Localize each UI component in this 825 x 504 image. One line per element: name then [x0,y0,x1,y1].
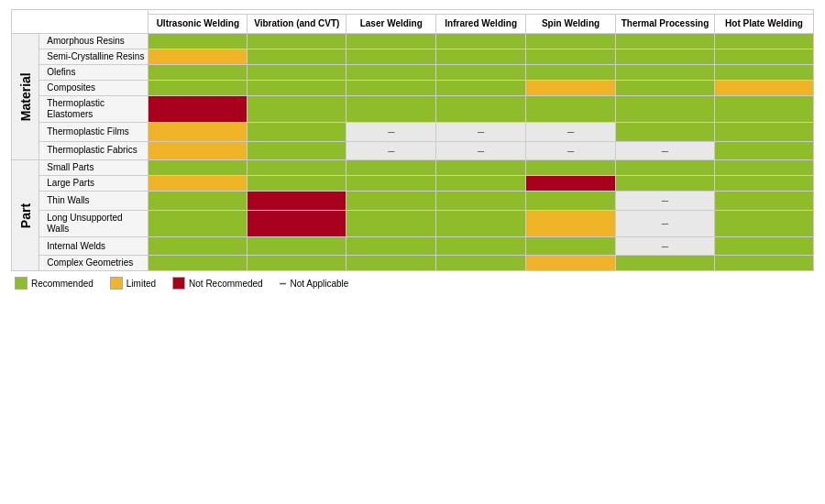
data-cell [346,34,436,49]
data-cell [346,236,436,256]
col-header-hotplate: Hot Plate Welding [714,15,813,34]
data-cell: – [526,123,616,142]
data-cell [714,192,813,211]
table-row: Complex Geometries [12,256,814,271]
data-cell: – [436,123,526,142]
data-cell [526,192,616,211]
data-cell [248,34,346,49]
col-header-vibration: Vibration (and CVT) [248,15,346,34]
legend-label: Recommended [31,279,94,289]
table-row: Long Unsupported Walls– [12,210,814,236]
data-cell [346,160,436,176]
row-label: Thermoplastic Elastomers [39,96,148,123]
data-cell [714,160,813,176]
row-label: Olefins [39,65,148,81]
table-row: Semi-Crystalline Resins [12,49,814,65]
data-cell [714,236,813,256]
data-cell [248,141,346,160]
data-cell [436,210,526,236]
table-row: Thermoplastic Films––– [12,123,814,142]
legend-color-box [172,277,185,290]
legend: RecommendedLimitedNot Recommeded–Not App… [11,277,814,290]
key-header [12,10,148,34]
data-cell [248,176,346,192]
data-cell [148,81,248,96]
data-cell [436,96,526,123]
data-cell: – [615,192,714,211]
data-cell [148,192,248,211]
section-label-material: Material [12,34,39,160]
row-label: Thermoplastic Films [39,123,148,142]
legend-item: –Not Applicable [280,277,349,290]
table-row: Composites [12,81,814,96]
data-cell [148,210,248,236]
legend-item: Recommended [15,277,94,290]
col-header-thermal: Thermal Processing [615,15,714,34]
data-cell [526,96,616,123]
legend-item: Not Recommeded [172,277,263,290]
data-cell: – [615,141,714,160]
data-cell: – [615,236,714,256]
table-row: Thermoplastic Elastomers [12,96,814,123]
data-cell [714,49,813,65]
table-row: Thermoplastic Fabrics–––– [12,141,814,160]
data-cell [346,256,436,271]
data-cell [526,210,616,236]
data-cell [615,34,714,49]
data-cell [714,176,813,192]
data-cell: – [346,141,436,160]
data-cell [148,141,248,160]
data-cell [248,210,346,236]
data-cell [248,192,346,211]
data-cell: – [346,123,436,142]
data-cell [615,160,714,176]
col-header-spin: Spin Welding [526,15,616,34]
data-cell [148,96,248,123]
main-container: Ultrasonic WeldingVibration (and CVT)Las… [0,0,825,297]
col-header-infrared: Infrared Welding [436,15,526,34]
data-cell [526,65,616,81]
table-row: MaterialAmorphous Resins [12,34,814,49]
data-cell [148,160,248,176]
row-label: Thin Walls [39,192,148,211]
data-cell [615,49,714,65]
data-cell [526,49,616,65]
data-cell [436,81,526,96]
table-row: Olefins [12,65,814,81]
table-row: Thin Walls– [12,192,814,211]
data-cell: – [436,141,526,160]
data-cell [148,65,248,81]
data-cell [526,236,616,256]
data-cell [714,65,813,81]
data-cell [615,96,714,123]
data-cell [436,192,526,211]
data-cell [148,256,248,271]
data-cell [436,236,526,256]
data-cell [615,81,714,96]
row-label: Large Parts [39,176,148,192]
table-row: Internal Welds– [12,236,814,256]
data-cell [248,123,346,142]
legend-label: Not Recommeded [189,279,263,289]
data-cell [714,81,813,96]
row-label: Long Unsupported Walls [39,210,148,236]
col-header-laser: Laser Welding [346,15,436,34]
row-label: Composites [39,81,148,96]
data-cell [346,192,436,211]
data-cell [615,123,714,142]
data-cell: – [526,141,616,160]
data-cell [148,49,248,65]
data-cell [148,34,248,49]
data-cell [526,160,616,176]
row-label: Internal Welds [39,236,148,256]
data-cell [248,96,346,123]
data-cell [248,236,346,256]
data-cell [615,176,714,192]
legend-label: Not Applicable [290,279,348,289]
selection-table: Ultrasonic WeldingVibration (and CVT)Las… [11,9,814,271]
data-cell [148,123,248,142]
data-cell [248,256,346,271]
row-label: Complex Geometries [39,256,148,271]
data-cell [346,96,436,123]
data-cell [346,176,436,192]
